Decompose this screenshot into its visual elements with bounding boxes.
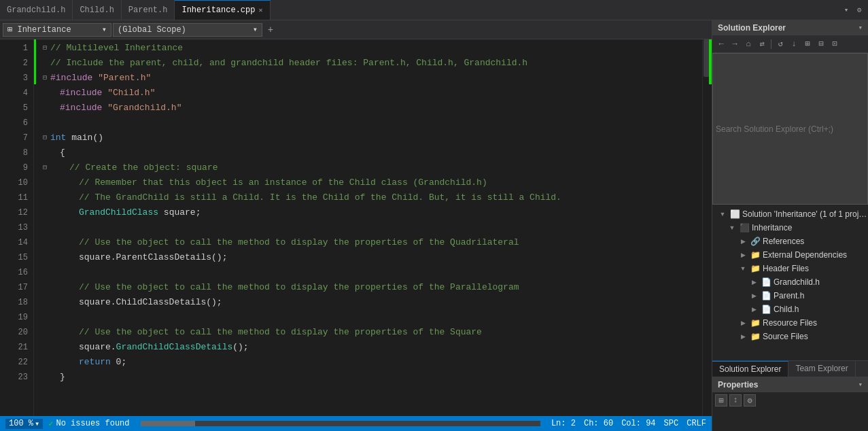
tab-label: Grandchild.h bbox=[7, 5, 65, 15]
tab-list-button[interactable]: ▾ bbox=[841, 5, 852, 16]
chevron-down-icon: ▾ bbox=[253, 24, 258, 35]
divider bbox=[771, 39, 771, 49]
fold-icon-7[interactable]: ⊟ bbox=[41, 131, 49, 145]
se-search-input[interactable] bbox=[712, 53, 868, 205]
filter-button[interactable]: ⊡ bbox=[829, 38, 841, 50]
tree-item-grandchild-h[interactable]: ▶ 📄 Grandchild.h bbox=[712, 275, 868, 289]
expand-icon[interactable]: ▶ bbox=[749, 277, 759, 287]
fold-icon-16 bbox=[41, 265, 49, 280]
chevron-down-icon: ▾ bbox=[102, 24, 107, 35]
error-marker-2 bbox=[709, 54, 712, 69]
tree-item-references[interactable]: ▶ 🔗 References bbox=[712, 235, 868, 248]
file-icon: 📄 bbox=[761, 277, 771, 288]
fold-icon-20 bbox=[41, 325, 49, 340]
expand-icon[interactable]: ▶ bbox=[749, 291, 759, 300]
code-editor[interactable]: ⊟ // Multilevel Inheritance // Include t… bbox=[34, 39, 702, 416]
tab-solution-explorer[interactable]: Solution Explorer bbox=[712, 361, 788, 377]
code-line-16 bbox=[41, 265, 702, 280]
tab-label: Inheritance.cpp bbox=[181, 5, 255, 15]
forward-button[interactable]: → bbox=[729, 38, 741, 50]
line-num-2: 2 bbox=[5, 56, 28, 71]
child-h-label: Child.h bbox=[774, 305, 799, 314]
tab-label: Child.h bbox=[80, 5, 114, 15]
tree-item-child-h[interactable]: ▶ 📄 Child.h bbox=[712, 303, 868, 316]
tree-item-ext-deps[interactable]: ▶ 📁 External Dependencies bbox=[712, 248, 868, 262]
code-line-2: // Include the parent, child, and grandc… bbox=[41, 56, 702, 71]
scope-selector[interactable]: ⊞ Inheritance ▾ bbox=[3, 23, 111, 37]
collapse-button[interactable]: ⊟ bbox=[815, 38, 827, 50]
issues-text: No issues found bbox=[56, 419, 129, 428]
expand-icon[interactable]: ▼ bbox=[727, 223, 737, 232]
tree-item-project[interactable]: ▼ ⬛ Inheritance bbox=[712, 221, 868, 235]
code-line-3: ⊟ #include "Parent.h" bbox=[41, 71, 702, 86]
tree-item-source-files[interactable]: ▶ 📁 Source Files bbox=[712, 330, 868, 343]
fold-icon-1[interactable]: ⊟ bbox=[41, 41, 49, 56]
scope-label: ⊞ Inheritance bbox=[7, 24, 71, 35]
tree-item-header-files[interactable]: ▼ 📁 Header Files bbox=[712, 262, 868, 275]
code-line-10: // Remember that this object is an insta… bbox=[41, 175, 702, 190]
tab-grandchild-h[interactable]: Grandchild.h bbox=[0, 0, 73, 20]
solution-label: Solution 'Inheritance' (1 of 1 project) bbox=[742, 209, 868, 219]
header-files-label: Header Files bbox=[763, 264, 809, 273]
code-line-15: square.ParentClassDetails(); bbox=[41, 250, 702, 265]
tree-item-resource-files[interactable]: ▶ 📁 Resource Files bbox=[712, 316, 868, 330]
global-scope-selector[interactable]: (Global Scope) ▾ bbox=[113, 23, 262, 37]
scroll-indicator[interactable] bbox=[702, 39, 712, 416]
expand-icon[interactable]: ▶ bbox=[738, 237, 748, 246]
prop-settings-button[interactable]: ⚙ bbox=[744, 394, 756, 407]
status-left: 100 % ▾ ✓ No issues found bbox=[5, 419, 130, 429]
fold-icon-9[interactable]: ⊟ bbox=[41, 160, 49, 175]
expand-button[interactable]: ⊞ bbox=[801, 38, 814, 50]
global-scope-label: (Global Scope) bbox=[118, 25, 186, 35]
line-num-16: 16 bbox=[5, 265, 28, 280]
check-icon: ✓ bbox=[48, 419, 53, 429]
se-toolbar: ← → ⌂ ⇄ ↺ ↓ ⊞ ⊟ ⊡ bbox=[712, 35, 868, 53]
tab-parent-h[interactable]: Parent.h bbox=[122, 0, 175, 20]
horizontal-scrollbar[interactable] bbox=[141, 421, 540, 426]
history-button[interactable]: ↺ bbox=[774, 38, 786, 50]
solution-icon: ⬜ bbox=[729, 209, 740, 220]
project-label: Inheritance bbox=[752, 223, 792, 232]
fold-icon-3[interactable]: ⊟ bbox=[41, 71, 49, 86]
line-num-6: 6 bbox=[5, 116, 28, 131]
expand-icon[interactable]: ▼ bbox=[738, 264, 748, 273]
tree-item-solution[interactable]: ▼ ⬜ Solution 'Inheritance' (1 of 1 proje… bbox=[712, 207, 868, 221]
grandchild-h-label: Grandchild.h bbox=[774, 277, 820, 287]
tree-item-parent-h[interactable]: ▶ 📄 Parent.h bbox=[712, 289, 868, 303]
home-button[interactable]: ⌂ bbox=[742, 38, 754, 50]
se-close-button[interactable]: ▾ bbox=[858, 23, 863, 32]
file-icon: 📄 bbox=[761, 290, 771, 301]
zoom-level[interactable]: 100 % ▾ bbox=[5, 419, 43, 429]
expand-icon[interactable]: ▶ bbox=[738, 332, 748, 341]
folder-icon: 📁 bbox=[750, 331, 761, 342]
sync-button[interactable]: ⇄ bbox=[756, 38, 768, 50]
expand-icon[interactable]: ▶ bbox=[749, 305, 759, 314]
code-line-11: // The GrandChild is still a Child. It i… bbox=[41, 190, 702, 205]
prop-close-button[interactable]: ▾ bbox=[858, 380, 863, 389]
tab-settings-button[interactable]: ⚙ bbox=[854, 5, 865, 16]
expand-icon[interactable]: ▶ bbox=[738, 250, 748, 260]
add-button[interactable]: + bbox=[264, 23, 277, 37]
expand-icon[interactable]: ▶ bbox=[738, 318, 748, 328]
settings-button[interactable]: ↓ bbox=[788, 38, 800, 50]
fold-icon-12 bbox=[41, 205, 49, 220]
ch-status: Ch: 60 bbox=[584, 419, 613, 428]
tab-label: Parent.h bbox=[128, 5, 168, 15]
line-num-3: 3 bbox=[5, 71, 28, 86]
prop-alpha-button[interactable]: ↕ bbox=[729, 394, 742, 407]
editor-toolbar: ⊞ Inheritance ▾ (Global Scope) ▾ + bbox=[0, 20, 712, 39]
expand-icon[interactable]: ▼ bbox=[718, 209, 727, 219]
tab-inheritance-cpp[interactable]: Inheritance.cpp ✕ bbox=[175, 0, 270, 20]
right-panel: Solution Explorer ▾ ← → ⌂ ⇄ ↺ ↓ ⊞ ⊟ ⊡ ▼ bbox=[712, 20, 868, 431]
line-num-12: 12 bbox=[5, 205, 28, 220]
green-marker-1 bbox=[34, 39, 36, 54]
chevron-down-icon: ▾ bbox=[35, 419, 39, 429]
tab-child-h[interactable]: Child.h bbox=[73, 0, 121, 20]
prop-categories-button[interactable]: ⊞ bbox=[715, 394, 727, 407]
references-label: References bbox=[763, 237, 804, 246]
line-num-9: 9 bbox=[5, 160, 28, 175]
tab-team-explorer[interactable]: Team Explorer bbox=[788, 361, 855, 377]
fold-icon-23 bbox=[41, 370, 49, 385]
close-icon[interactable]: ✕ bbox=[258, 6, 262, 14]
back-button[interactable]: ← bbox=[715, 38, 727, 50]
